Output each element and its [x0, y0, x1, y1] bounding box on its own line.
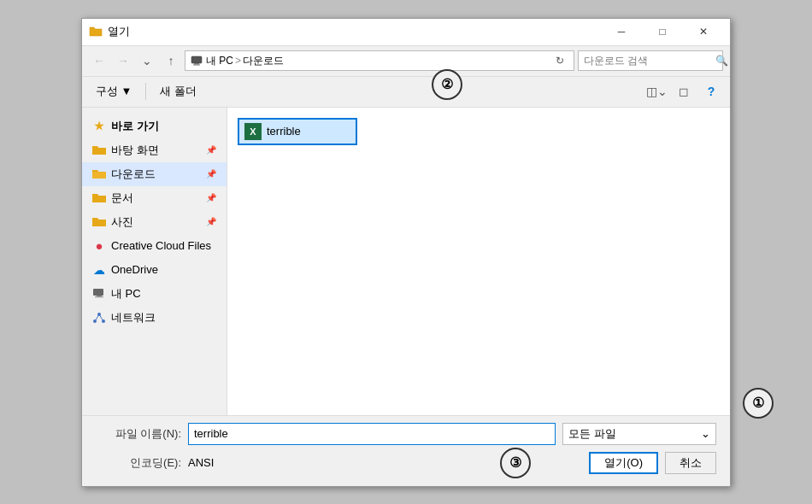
forward-button[interactable]: →	[113, 50, 133, 71]
network-icon	[92, 311, 106, 325]
address-path: 내 PC > 다운로드	[206, 54, 548, 68]
action-bar: 구성 ▼ 새 폴더 ◫ ⌄ ◻ ?	[82, 77, 730, 108]
encoding-row: 인코딩(E): ANSI 열기(O) 취소	[96, 452, 716, 474]
address-bar: 내 PC > 다운로드 ↻	[185, 50, 574, 71]
filename-row: 파일 이름(N): 모든 파일 ⌄	[96, 423, 716, 445]
documents-pin-icon: 📌	[206, 193, 216, 202]
svg-rect-5	[95, 296, 103, 297]
pc-address-icon	[191, 55, 203, 67]
organize-button[interactable]: 구성 ▼	[89, 80, 138, 103]
creative-cloud-icon: ●	[92, 239, 106, 253]
svg-line-9	[95, 314, 99, 321]
sidebar-item-documents[interactable]: 문서 📌	[82, 186, 227, 210]
filetype-dropdown[interactable]: 모든 파일 ⌄	[562, 423, 716, 445]
action-right: ◫ ⌄ ◻ ?	[644, 81, 723, 102]
dropdown-nav-button[interactable]: ⌄	[137, 50, 157, 71]
filename-input[interactable]	[188, 423, 556, 445]
onedrive-icon: ☁	[92, 263, 106, 277]
filetype-dropdown-arrow: ⌄	[701, 427, 710, 440]
file-name-terrible: terrible	[267, 125, 301, 138]
search-input[interactable]	[584, 55, 712, 67]
navigation-toolbar: ← → ⌄ ↑ 내 PC > 다운로드 ↻ 🔍	[82, 46, 730, 77]
open-file-dialog: 열기 ─ □ ✕ ← → ⌄ ↑ 내 PC >	[81, 18, 731, 487]
sidebar-quick-access-header[interactable]: ★ 바로 가기	[82, 114, 227, 138]
help-icon: ?	[708, 85, 715, 98]
dialog-title: 열기	[108, 24, 130, 39]
title-bar: 열기 ─ □ ✕	[82, 19, 730, 46]
back-button[interactable]: ←	[89, 50, 109, 71]
svg-rect-1	[194, 63, 199, 65]
title-bar-left: 열기	[89, 24, 130, 39]
sidebar-pc-label: 내 PC	[111, 286, 141, 302]
filename-label: 파일 이름(N):	[96, 426, 181, 442]
content-area: X terrible	[227, 108, 730, 415]
svg-rect-2	[193, 65, 200, 66]
pictures-folder-icon	[92, 215, 106, 229]
search-box[interactable]: 🔍	[578, 50, 723, 71]
sidebar-documents-label: 문서	[111, 190, 133, 206]
downloads-pin-icon: 📌	[206, 169, 216, 179]
sidebar-item-pictures[interactable]: 사진 📌	[82, 210, 227, 234]
quick-access-icon: ★	[92, 120, 106, 133]
minimize-button[interactable]: ─	[602, 23, 641, 40]
file-item-terrible[interactable]: X terrible	[238, 118, 357, 145]
sidebar-desktop-label: 바탕 화면	[111, 143, 159, 158]
sidebar-onedrive-label: OneDrive	[111, 263, 158, 276]
desktop-folder-icon	[92, 144, 106, 157]
filetype-value: 모든 파일	[568, 426, 616, 442]
svg-line-10	[99, 314, 103, 321]
help-button[interactable]: ?	[699, 81, 723, 102]
annotation-1: ①	[743, 388, 774, 419]
search-icon: 🔍	[715, 55, 728, 67]
view-icon: ◫	[646, 85, 657, 98]
downloads-folder-icon	[92, 167, 106, 181]
view-dropdown-arrow: ⌄	[657, 85, 668, 98]
sidebar-item-desktop[interactable]: 바탕 화면 📌	[82, 138, 227, 162]
action-divider	[145, 83, 146, 100]
documents-folder-icon	[92, 191, 106, 205]
main-area: ★ 바로 가기 바탕 화면 📌 다운로드 📌	[82, 108, 730, 415]
open-button[interactable]: 열기(O)	[589, 452, 658, 474]
maximize-button[interactable]: □	[643, 23, 682, 40]
sidebar-item-network[interactable]: 네트워크	[82, 306, 227, 330]
sidebar-pictures-label: 사진	[111, 214, 133, 230]
sidebar-item-onedrive[interactable]: ☁ OneDrive	[82, 258, 227, 282]
address-refresh-button[interactable]: ↻	[551, 52, 568, 69]
panel-icon: ◻	[679, 85, 689, 98]
up-button[interactable]: ↑	[161, 50, 181, 71]
sidebar-cc-label: Creative Cloud Files	[111, 239, 211, 252]
sidebar-item-downloads[interactable]: 다운로드 📌	[82, 162, 227, 186]
svg-rect-3	[93, 289, 103, 296]
path-separator-1: >	[235, 55, 241, 67]
view-options-button[interactable]: ◫ ⌄	[644, 81, 668, 102]
title-folder-icon	[89, 25, 103, 38]
new-folder-button[interactable]: 새 폴더	[153, 80, 203, 103]
svg-rect-4	[97, 296, 102, 296]
sidebar: ★ 바로 가기 바탕 화면 📌 다운로드 📌	[82, 108, 227, 415]
path-part-pc: 내 PC	[206, 54, 233, 68]
encoding-value: ANSI	[188, 456, 291, 469]
svg-rect-0	[191, 56, 202, 63]
sidebar-network-label: 네트워크	[111, 310, 156, 325]
sidebar-item-creative-cloud[interactable]: ● Creative Cloud Files	[82, 234, 227, 258]
file-grid: X terrible	[238, 118, 720, 145]
bottom-section: 파일 이름(N): 모든 파일 ⌄ 인코딩(E): ANSI 열기(O) 취소	[82, 415, 730, 486]
desktop-pin-icon: 📌	[206, 145, 216, 155]
encoding-label: 인코딩(E):	[96, 455, 181, 471]
my-pc-icon	[92, 287, 106, 301]
close-button[interactable]: ✕	[684, 23, 723, 40]
sidebar-quick-access-label: 바로 가기	[111, 119, 159, 134]
sidebar-item-my-pc[interactable]: 내 PC	[82, 282, 227, 306]
details-pane-button[interactable]: ◻	[672, 81, 696, 102]
path-part-downloads: 다운로드	[243, 54, 284, 68]
sidebar-downloads-label: 다운로드	[111, 167, 156, 182]
cancel-button[interactable]: 취소	[665, 452, 716, 474]
pictures-pin-icon: 📌	[206, 217, 216, 226]
title-controls: ─ □ ✕	[602, 23, 723, 40]
excel-file-icon: X	[244, 123, 262, 140]
